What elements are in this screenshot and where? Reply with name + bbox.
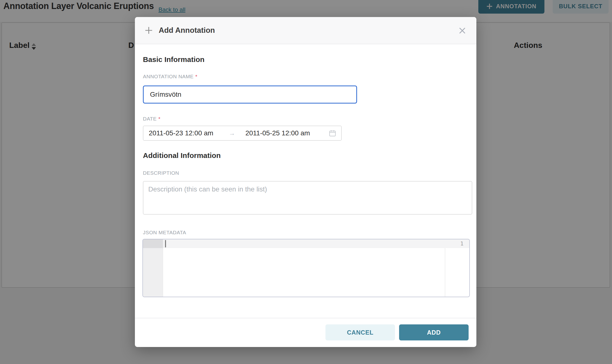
date-label: DATE*	[143, 116, 160, 122]
editor-line-number: 1	[460, 241, 464, 247]
add-button[interactable]: ADD	[399, 325, 469, 340]
description-textarea[interactable]	[143, 181, 472, 215]
calendar-icon	[329, 130, 336, 137]
editor-print-margin	[445, 248, 445, 297]
required-asterisk: *	[158, 116, 160, 121]
modal-footer-divider	[135, 318, 476, 318]
modal-title: Add Annotation	[159, 26, 215, 35]
json-metadata-label: JSON METADATA	[143, 230, 186, 235]
modal-header: Add Annotation	[135, 17, 476, 44]
arrow-right-icon: →	[229, 130, 235, 137]
section-additional-information: Additional Information	[143, 151, 221, 160]
json-metadata-editor[interactable]: 1	[143, 239, 470, 297]
date-range-picker[interactable]: 2011-05-23 12:00 am → 2011-05-25 12:00 a…	[143, 126, 342, 141]
date-end-value: 2011-05-25 12:00 am	[246, 129, 310, 137]
editor-active-line	[163, 239, 469, 248]
app-root: Annotation Layer Volcanic Eruptions Back…	[0, 0, 612, 364]
add-annotation-modal: Add Annotation Basic Information ANNOTAT…	[135, 17, 476, 347]
editor-text-cursor	[165, 240, 166, 247]
close-icon[interactable]	[458, 26, 467, 35]
plus-icon	[145, 26, 153, 35]
annotation-name-input[interactable]	[143, 86, 357, 104]
cancel-button[interactable]: CANCEL	[326, 325, 395, 340]
editor-gutter-active-cell	[143, 239, 163, 248]
required-asterisk: *	[195, 74, 198, 79]
description-label: DESCRIPTION	[143, 170, 179, 176]
annotation-name-label: ANNOTATION NAME*	[143, 74, 197, 79]
section-basic-information: Basic Information	[143, 55, 204, 64]
date-start-value: 2011-05-23 12:00 am	[149, 129, 213, 137]
